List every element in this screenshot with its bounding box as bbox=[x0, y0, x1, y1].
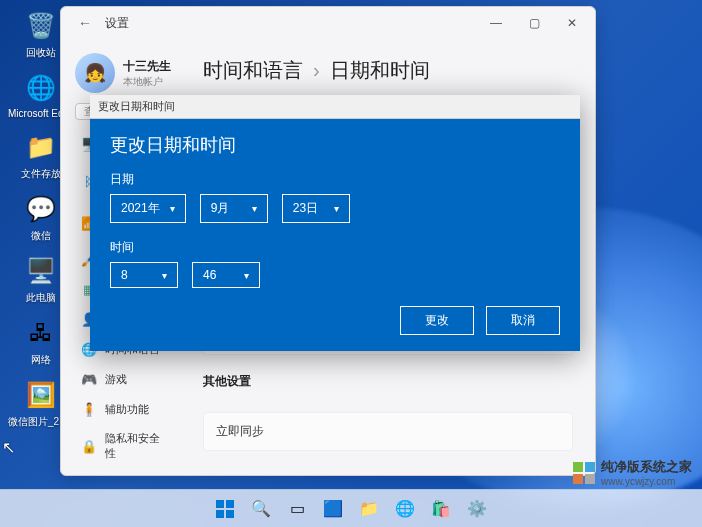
account-text: 十三先生 本地帐户 bbox=[123, 58, 171, 89]
svg-rect-0 bbox=[216, 500, 224, 508]
avatar: 👧 bbox=[75, 53, 115, 93]
nav-label: 隐私和安全性 bbox=[105, 431, 167, 461]
dialog-heading: 更改日期和时间 bbox=[110, 133, 560, 157]
dialog-body: 更改日期和时间 日期 2021年▾ 9月▾ 23日▾ 时间 8▾ 46▾ 更改 … bbox=[90, 119, 580, 351]
chevron-right-icon: › bbox=[313, 59, 320, 82]
desktop-icon-label: 文件存放 bbox=[21, 167, 61, 181]
breadcrumb-current: 日期和时间 bbox=[330, 57, 430, 84]
chevron-down-icon: ▾ bbox=[162, 270, 167, 281]
chevron-down-icon: ▾ bbox=[334, 203, 339, 214]
desktop-icon-label: 此电脑 bbox=[26, 291, 56, 305]
date-label: 日期 bbox=[110, 171, 560, 188]
start-button[interactable] bbox=[211, 495, 239, 523]
minimize-button[interactable]: — bbox=[481, 9, 511, 37]
svg-rect-3 bbox=[226, 510, 234, 518]
month-value: 9月 bbox=[211, 200, 230, 217]
desktop-icon-label: 网络 bbox=[31, 353, 51, 367]
day-value: 23日 bbox=[293, 200, 318, 217]
hour-select[interactable]: 8▾ bbox=[110, 262, 178, 288]
desktop-icon-label: 回收站 bbox=[26, 46, 56, 60]
maximize-button[interactable]: ▢ bbox=[519, 9, 549, 37]
year-value: 2021年 bbox=[121, 200, 160, 217]
sidebar-item-9[interactable]: 🔒隐私和安全性 bbox=[75, 425, 173, 467]
widgets-icon[interactable]: 🟦 bbox=[319, 495, 347, 523]
nav-icon: 🔒 bbox=[81, 438, 97, 454]
close-button[interactable]: ✕ bbox=[557, 9, 587, 37]
recycle-bin-icon: 🗑️ bbox=[23, 8, 59, 44]
chevron-down-icon: ▾ bbox=[170, 203, 175, 214]
edge-icon: 🌐 bbox=[23, 70, 59, 106]
cursor-icon: ↖ bbox=[2, 438, 15, 457]
minute-select[interactable]: 46▾ bbox=[192, 262, 260, 288]
sync-label: 立即同步 bbox=[216, 423, 560, 440]
account-sub: 本地帐户 bbox=[123, 75, 171, 89]
account-block[interactable]: 👧 十三先生 本地帐户 bbox=[75, 43, 173, 97]
account-name: 十三先生 bbox=[123, 58, 171, 75]
cancel-button[interactable]: 取消 bbox=[486, 306, 560, 335]
time-combos: 8▾ 46▾ bbox=[110, 262, 560, 288]
image-icon: 🖼️ bbox=[23, 377, 59, 413]
settings-icon[interactable]: ⚙️ bbox=[463, 495, 491, 523]
svg-rect-2 bbox=[216, 510, 224, 518]
titlebar: ← 设置 — ▢ ✕ bbox=[61, 7, 595, 39]
explorer-icon[interactable]: 📁 bbox=[355, 495, 383, 523]
window-controls: — ▢ ✕ bbox=[481, 9, 587, 37]
time-label: 时间 bbox=[110, 239, 560, 256]
network-icon: 🖧 bbox=[23, 315, 59, 351]
year-select[interactable]: 2021年▾ bbox=[110, 194, 186, 223]
ok-button[interactable]: 更改 bbox=[400, 306, 474, 335]
date-combos: 2021年▾ 9月▾ 23日▾ bbox=[110, 194, 560, 223]
wechat-icon: 💬 bbox=[23, 191, 59, 227]
change-date-time-dialog: 更改日期和时间 更改日期和时间 日期 2021年▾ 9月▾ 23日▾ 时间 8▾… bbox=[90, 95, 580, 351]
breadcrumb-parent[interactable]: 时间和语言 bbox=[203, 57, 303, 84]
sidebar-item-7[interactable]: 🎮游戏 bbox=[75, 365, 173, 393]
taskbar: 🔍 ▭ 🟦 📁 🌐 🛍️ ⚙️ bbox=[0, 489, 702, 527]
dialog-buttons: 更改 取消 bbox=[110, 306, 560, 335]
minute-value: 46 bbox=[203, 268, 216, 282]
breadcrumb: 时间和语言 › 日期和时间 bbox=[203, 57, 573, 84]
watermark-brand: 纯净版系统之家 bbox=[601, 459, 692, 474]
task-view-icon[interactable]: ▭ bbox=[283, 495, 311, 523]
watermark-text: 纯净版系统之家 www.ycwjzy.com bbox=[601, 458, 692, 487]
svg-rect-1 bbox=[226, 500, 234, 508]
watermark-logo-icon bbox=[573, 462, 595, 484]
chevron-down-icon: ▾ bbox=[252, 203, 257, 214]
pc-icon: 🖥️ bbox=[23, 253, 59, 289]
dialog-titlebar: 更改日期和时间 bbox=[90, 95, 580, 119]
window-title: 设置 bbox=[101, 15, 481, 32]
sync-row: 立即同步 bbox=[203, 412, 573, 451]
hour-value: 8 bbox=[121, 268, 128, 282]
other-settings-heading: 其他设置 bbox=[203, 373, 573, 390]
sidebar-item-8[interactable]: 🧍辅助功能 bbox=[75, 395, 173, 423]
watermark-url: www.ycwjzy.com bbox=[601, 476, 692, 487]
nav-label: 辅助功能 bbox=[105, 402, 149, 417]
chevron-down-icon: ▾ bbox=[244, 270, 249, 281]
month-select[interactable]: 9月▾ bbox=[200, 194, 268, 223]
search-icon[interactable]: 🔍 bbox=[247, 495, 275, 523]
watermark: 纯净版系统之家 www.ycwjzy.com bbox=[573, 458, 692, 487]
store-icon[interactable]: 🛍️ bbox=[427, 495, 455, 523]
back-button[interactable]: ← bbox=[69, 15, 101, 31]
edge-icon[interactable]: 🌐 bbox=[391, 495, 419, 523]
desktop-icon-label: 微信 bbox=[31, 229, 51, 243]
nav-icon: 🎮 bbox=[81, 371, 97, 387]
nav-icon: 🧍 bbox=[81, 401, 97, 417]
nav-label: 游戏 bbox=[105, 372, 127, 387]
day-select[interactable]: 23日▾ bbox=[282, 194, 350, 223]
sidebar-item-10[interactable]: 🔄Windows 更新 bbox=[75, 469, 173, 475]
folder-icon: 📁 bbox=[23, 129, 59, 165]
